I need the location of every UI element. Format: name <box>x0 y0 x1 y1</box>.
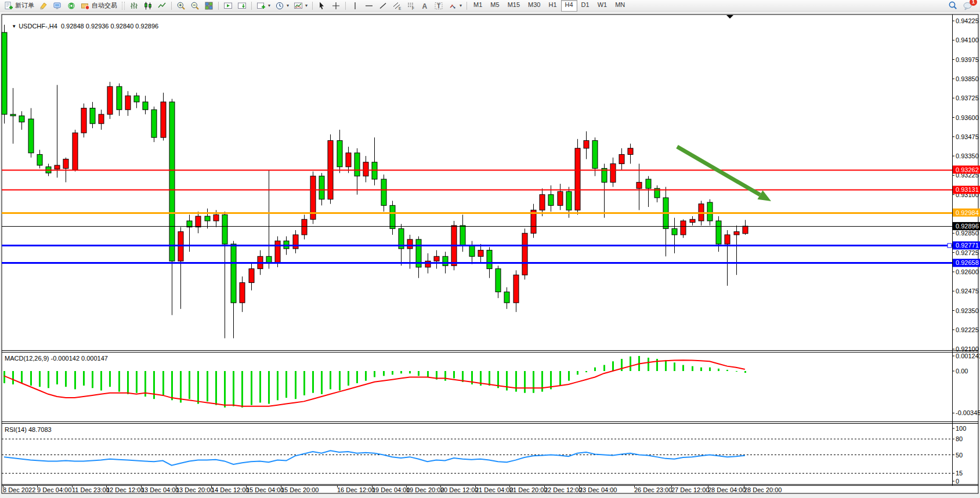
tf-h1-button[interactable]: H1 <box>544 0 560 12</box>
templates-button[interactable]: ▾ <box>291 0 310 12</box>
chevron-down-icon: ▾ <box>305 3 308 8</box>
trendline-icon <box>378 1 388 10</box>
price-badge-0.92771: 0.92771 <box>956 242 979 249</box>
crosshair-button[interactable] <box>329 0 343 12</box>
time-tick-label: 26 Dec 23:00 <box>634 486 672 493</box>
signals-button[interactable] <box>64 0 78 12</box>
search-icon <box>948 1 958 10</box>
price-tick-label: 0.92225 <box>956 326 979 333</box>
toolbar-separator <box>467 2 467 10</box>
vertical-line-icon <box>350 1 360 10</box>
periods-button[interactable]: ▾ <box>273 0 291 12</box>
indicators-button[interactable]: ▾ <box>254 0 273 12</box>
chart-shift-button[interactable] <box>235 0 249 12</box>
price-badge-0.93131: 0.93131 <box>956 186 979 193</box>
symbol-period: USDCHF-,H4 <box>19 23 57 30</box>
time-tick-label: 14 Dec 12:00 <box>211 486 249 493</box>
new-order-button[interactable]: 新订单 <box>2 0 37 12</box>
price-tick-label: 0.92850 <box>956 230 979 237</box>
virtual-hosting-button[interactable] <box>50 0 64 12</box>
zoom-in-button[interactable] <box>174 0 188 12</box>
line-chart-icon <box>157 1 167 10</box>
auto-scroll-button[interactable] <box>221 0 235 12</box>
rsi-tick-label: 100 <box>956 425 966 432</box>
new-order-label: 新订单 <box>15 1 34 10</box>
vertical-line-button[interactable] <box>348 0 362 12</box>
chevron-down-icon: ▾ <box>287 3 289 8</box>
trendline-button[interactable] <box>376 0 390 12</box>
bar-chart-button[interactable] <box>127 0 141 12</box>
tf-m15-button[interactable]: M15 <box>504 0 524 12</box>
tf-m5-button[interactable]: M5 <box>486 0 503 12</box>
time-tick-label: 27 Dec 12:00 <box>671 486 709 493</box>
macd-tick-label: 0.001241 <box>956 352 980 359</box>
rsi-tick-label: 0 <box>956 478 959 485</box>
time-tick-label: 22 Dec 12:00 <box>544 486 582 493</box>
time-axis[interactable]: 8 Dec 20229 Dec 04:0011 Dec 23:0012 Dec … <box>3 485 782 493</box>
time-tick-label: 28 Dec 04:00 <box>708 486 746 493</box>
svg-text:A: A <box>422 2 428 10</box>
chart-canvas[interactable]: 0.942250.941000.939750.938500.937250.936… <box>0 0 980 498</box>
cursor-button[interactable] <box>315 0 329 12</box>
clock-icon <box>275 1 284 10</box>
chevron-down-icon: ▼ <box>12 24 16 29</box>
text-button[interactable]: A <box>418 0 432 12</box>
autotrading-label: 自动交易 <box>92 1 117 10</box>
hosting-icon <box>53 1 62 10</box>
fibonacci-button[interactable]: F <box>404 0 418 12</box>
tf-mn-button[interactable]: MN <box>611 0 629 12</box>
time-tick-label: 19 Dec 20:00 <box>406 486 444 493</box>
price-tick-label: 0.93350 <box>956 152 979 159</box>
zoom-out-button[interactable] <box>188 0 202 12</box>
tile-windows-button[interactable] <box>202 0 216 12</box>
line-chart-button[interactable] <box>155 0 169 12</box>
toolbar-separator <box>218 2 219 10</box>
price-tick-label: 0.92600 <box>956 268 979 275</box>
time-tick-label: 13 Dec 04:00 <box>141 486 179 493</box>
notifications-button[interactable]: 1 <box>960 0 975 12</box>
price-tick-label: 0.94225 <box>956 17 979 24</box>
time-tick-label: 13 Dec 20:00 <box>176 486 214 493</box>
search-button[interactable] <box>946 0 960 12</box>
marker-button[interactable] <box>37 0 50 12</box>
tf-m1-button[interactable]: M1 <box>469 0 486 12</box>
quote-ohlc: 0.92848 0.92936 0.92840 0.92896 <box>61 23 158 30</box>
candlestick-chart-icon <box>143 1 153 10</box>
time-tick-label: 11 Dec 23:00 <box>72 486 110 493</box>
crosshair-icon <box>331 1 341 10</box>
price-tick-label: 0.93850 <box>956 75 979 82</box>
macd-tick-label: 0.00 <box>956 368 968 375</box>
notification-badge: 1 <box>970 0 977 6</box>
candlestick-chart-button[interactable] <box>141 0 155 12</box>
line-selection-handle[interactable] <box>948 243 952 248</box>
price-tick-label: 0.92100 <box>956 346 979 352</box>
text-icon: A <box>420 1 429 10</box>
price-badge-0.93262: 0.93262 <box>956 166 979 173</box>
tf-w1-button[interactable]: W1 <box>594 0 612 12</box>
bar-chart-icon <box>129 1 139 10</box>
svg-text:T: T <box>437 3 440 9</box>
toolbar-separator <box>345 2 346 10</box>
horizontal-line-button[interactable] <box>362 0 376 12</box>
time-tick-label: 8 Dec 2022 <box>3 486 35 493</box>
arrows-button[interactable]: ▾ <box>446 0 464 12</box>
toolbar-separator <box>251 2 252 10</box>
marker-icon <box>39 1 48 10</box>
tf-m30-button[interactable]: M30 <box>524 0 544 12</box>
time-tick-label: 21 Dec 20:00 <box>509 486 547 493</box>
equidistant-channel-button[interactable]: E <box>390 0 404 12</box>
auto-scroll-icon <box>223 1 233 10</box>
time-tick-label: 9 Dec 04:00 <box>37 486 71 493</box>
time-tick-label: 15 Dec 20:00 <box>281 486 319 493</box>
price-tick-label: 0.93975 <box>956 56 979 63</box>
fibonacci-icon: F <box>406 1 415 10</box>
price-badge-0.92984: 0.92984 <box>956 209 979 216</box>
arrows-icon <box>448 1 457 10</box>
tf-d1-button[interactable]: D1 <box>577 0 594 12</box>
autotrading-button[interactable]: 自动交易 <box>78 0 120 12</box>
mt4-window: 0.942250.941000.939750.938500.937250.936… <box>0 0 980 498</box>
chevron-down-icon: ▾ <box>460 3 462 8</box>
tf-h4-button[interactable]: H4 <box>561 0 577 12</box>
text-label-button[interactable]: T <box>432 0 446 12</box>
rsi-tick-label: 50 <box>956 452 963 459</box>
